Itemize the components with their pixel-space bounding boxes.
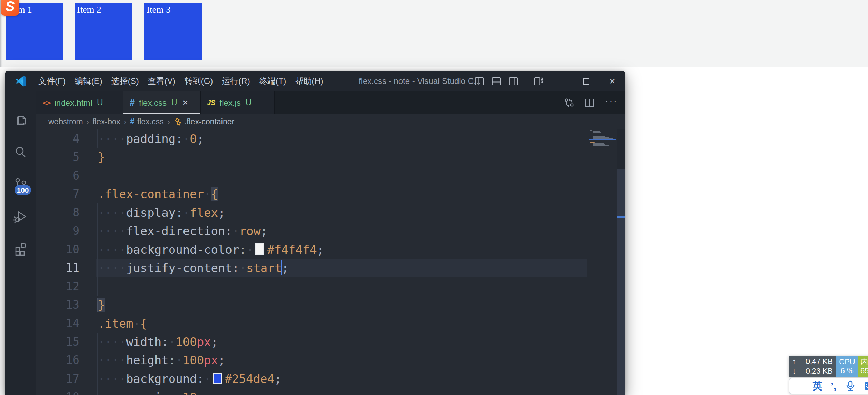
- line-number: 17: [36, 369, 79, 388]
- ime-language-toggle[interactable]: 英: [813, 379, 822, 393]
- cpu-value: 6 %: [841, 366, 854, 375]
- menu-item-7[interactable]: 帮助(H): [291, 76, 328, 87]
- code-editor[interactable]: 4····padding:·0;5}67.flex-container·{8··…: [36, 129, 625, 395]
- extensions-icon[interactable]: [13, 241, 28, 257]
- line-number: 5: [36, 148, 79, 166]
- breadcrumb-separator-icon: ›: [124, 117, 126, 127]
- toggle-sidebar-icon[interactable]: [475, 77, 484, 86]
- code-line-17[interactable]: 17····background:·#254de4;: [36, 369, 625, 388]
- soft-keyboard-icon[interactable]: [864, 381, 868, 391]
- line-number: 16: [36, 351, 79, 369]
- breadcrumb-item-2[interactable]: flex.css: [137, 117, 164, 126]
- code-text: }: [98, 148, 105, 166]
- upload-speed: 0.47 KB: [806, 357, 833, 366]
- line-number: 11: [36, 259, 79, 277]
- breadcrumb-item-3[interactable]: .flex-container: [185, 117, 234, 126]
- code-line-8[interactable]: 8····display:·flex;: [36, 203, 625, 222]
- customize-layout-icon[interactable]: [534, 77, 543, 86]
- code-line-10[interactable]: 10····background-color:·#f4f4f4;: [36, 240, 625, 259]
- line-number: 9: [36, 222, 79, 240]
- css-file-icon: #: [130, 97, 135, 108]
- menu-item-1[interactable]: 编辑(E): [70, 76, 107, 87]
- open-changes-icon[interactable]: [564, 98, 574, 108]
- code-line-4[interactable]: 4····padding:·0;: [36, 129, 625, 148]
- download-arrow-icon: ↓: [792, 367, 796, 376]
- code-text: ····height:·100px;: [98, 351, 225, 369]
- tab-label: flex.js: [219, 98, 240, 108]
- search-icon[interactable]: [13, 145, 28, 160]
- cpu-panel: CPU 6 %: [836, 356, 858, 377]
- ime-sogou-logo[interactable]: S: [1, 0, 19, 16]
- code-line-13[interactable]: 13}: [36, 296, 625, 314]
- color-swatch: [213, 373, 222, 384]
- line-number: 13: [36, 296, 79, 314]
- code-line-18[interactable]: 18····margin:·10px;: [36, 388, 625, 395]
- breadcrumb-item-1[interactable]: flex-box: [93, 117, 121, 126]
- source-control-icon[interactable]: 100: [13, 177, 28, 192]
- memory-panel: 内存 65 %: [858, 356, 868, 377]
- menu-item-4[interactable]: 转到(G): [180, 76, 218, 87]
- titlebar-separator: [526, 76, 526, 86]
- scm-badge: 100: [15, 185, 31, 195]
- indent-guide: [97, 277, 98, 296]
- menu-item-2[interactable]: 选择(S): [107, 76, 143, 87]
- split-editor-icon[interactable]: [584, 98, 595, 108]
- line-number: 18: [36, 388, 79, 395]
- line-number: 15: [36, 333, 79, 351]
- tab-index.html[interactable]: <>index.htmlU: [36, 91, 123, 114]
- modified-badge: U: [171, 98, 177, 107]
- memory-label: 内存: [860, 357, 868, 366]
- code-line-15[interactable]: 15····width:·100px;: [36, 333, 625, 351]
- tab-strip: <>index.htmlU#flex.cssU×JSflex.jsU ···: [36, 91, 625, 114]
- code-line-12[interactable]: 12: [36, 277, 625, 296]
- maximize-button[interactable]: [573, 71, 599, 91]
- modified-badge: U: [97, 98, 103, 107]
- code-line-16[interactable]: 16····height:·100px;: [36, 351, 625, 369]
- menu-item-5[interactable]: 运行(R): [217, 76, 254, 87]
- line-number: 10: [36, 240, 79, 259]
- code-text: .item·{: [98, 314, 147, 333]
- close-button[interactable]: ×: [599, 71, 625, 91]
- code-line-7[interactable]: 7.flex-container·{: [36, 185, 625, 203]
- code-line-5[interactable]: 5}: [36, 148, 625, 166]
- ime-punctuation-toggle[interactable]: ’,: [831, 383, 837, 389]
- flex-item-3: Item 3: [144, 3, 202, 60]
- toggle-secondary-sidebar-icon[interactable]: [509, 77, 518, 86]
- code-line-9[interactable]: 9····flex-direction:·row;: [36, 222, 625, 240]
- minimize-button[interactable]: [547, 71, 573, 91]
- menu-item-0[interactable]: 文件(F): [34, 76, 70, 87]
- ime-toolbar: 英 ’,: [789, 378, 868, 394]
- download-speed: 0.23 KB: [806, 367, 833, 376]
- toggle-panel-icon[interactable]: [492, 77, 501, 86]
- html-file-icon: <>: [43, 98, 50, 107]
- tab-close-icon[interactable]: ×: [183, 97, 188, 108]
- breadcrumb-item-0[interactable]: webstrom: [48, 117, 83, 126]
- run-debug-icon[interactable]: [13, 209, 28, 224]
- code-line-11[interactable]: 11····justify-content:·start;: [36, 259, 625, 277]
- menu-item-6[interactable]: 终端(T): [255, 76, 291, 87]
- browser-page-preview: Item 1 Item 2 Item 3: [0, 0, 868, 67]
- modified-badge: U: [246, 98, 252, 107]
- code-line-14[interactable]: 14.item·{: [36, 314, 625, 333]
- cpu-label: CPU: [839, 357, 855, 366]
- code-text: ····background-color:·#f4f4f4;: [98, 240, 324, 259]
- color-swatch: [255, 243, 264, 255]
- memory-value: 65 %: [860, 366, 868, 375]
- tab-flex.js[interactable]: JSflex.jsU: [201, 91, 275, 114]
- menu-bar: 文件(F)编辑(E)选择(S)查看(V)转到(G)运行(R)终端(T)帮助(H): [34, 71, 328, 91]
- traffic-monitor[interactable]: ↑0.47 KB ↓0.23 KB CPU 6 % 内存 65 %: [789, 356, 868, 377]
- js-file-icon: JS: [207, 99, 215, 107]
- code-text: ····padding:·0;: [98, 129, 204, 148]
- explorer-icon[interactable]: [13, 113, 28, 128]
- tab-label: flex.css: [139, 98, 167, 108]
- code-line-6[interactable]: 6: [36, 166, 625, 185]
- menu-item-3[interactable]: 查看(V): [143, 76, 180, 87]
- title-bar: 文件(F)编辑(E)选择(S)查看(V)转到(G)运行(R)终端(T)帮助(H)…: [5, 71, 625, 91]
- tab-flex.css[interactable]: #flex.cssU×: [123, 91, 201, 114]
- window-controls: ×: [547, 71, 625, 91]
- code-text: ····justify-content:·start;: [98, 259, 289, 277]
- vscode-window: 文件(F)编辑(E)选择(S)查看(V)转到(G)运行(R)终端(T)帮助(H)…: [5, 71, 625, 395]
- more-actions-icon[interactable]: ···: [605, 96, 618, 109]
- microphone-icon[interactable]: [845, 380, 856, 392]
- line-number: 14: [36, 314, 79, 333]
